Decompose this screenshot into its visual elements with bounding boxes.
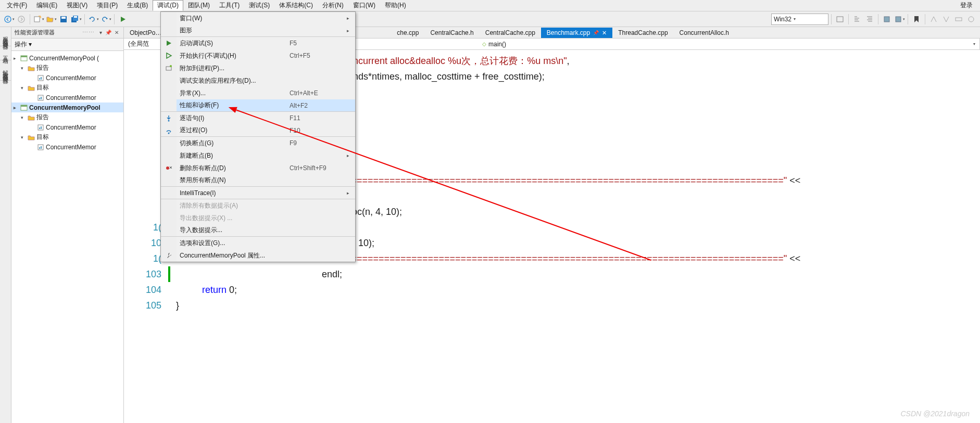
tree-item[interactable]: ConcurrentMemor	[11, 142, 123, 152]
tree-item[interactable]: ▾目标	[11, 132, 123, 142]
save-button[interactable]	[58, 14, 69, 25]
svg-rect-25	[41, 126, 42, 129]
change-marker	[168, 266, 170, 282]
menu-item[interactable]: 启动调试(S)F5	[161, 37, 355, 49]
performance-explorer-panel: 性能资源管理器 ⋯⋯ ▾ 📌 ✕ 操作 ▾ ▸ConcurrentMemoryP…	[11, 27, 124, 423]
tb-icon-8[interactable]	[953, 14, 964, 25]
tree-item[interactable]: ▸ConcurrentMemoryPool	[11, 102, 123, 112]
tb-icon-2[interactable]	[851, 14, 863, 25]
menu-item[interactable]: 删除所有断点(D)Ctrl+Shift+F9	[161, 162, 355, 174]
svg-rect-16	[39, 78, 40, 80]
panel-toolbar: 操作 ▾	[11, 39, 123, 51]
panel-close-icon[interactable]: ✕	[115, 30, 119, 35]
menu-arch[interactable]: 体系结构(C)	[274, 0, 318, 11]
login-link[interactable]: 登录	[955, 0, 978, 11]
panel-ops-dropdown[interactable]: 操作 ▾	[15, 40, 32, 49]
tab-che[interactable]: che.cpp	[391, 28, 424, 38]
menu-item[interactable]: 禁用所有断点(N)	[161, 174, 355, 187]
tree-item[interactable]: ConcurrentMemor	[11, 93, 123, 102]
menu-item[interactable]: 切换断点(G)F9	[161, 137, 355, 149]
menu-item[interactable]: 异常(X)...Ctrl+Alt+E	[161, 87, 355, 99]
menu-tools[interactable]: 工具(T)	[215, 0, 244, 11]
tb-icon-5[interactable]	[894, 14, 905, 25]
menu-item[interactable]: 窗口(W)▸	[161, 12, 355, 24]
menu-test[interactable]: 测试(S)	[244, 0, 274, 11]
menu-item[interactable]: 性能和诊断(F)Alt+F2	[161, 99, 355, 112]
nav-back-button[interactable]	[3, 14, 15, 25]
bookmark-icon[interactable]	[911, 14, 922, 25]
panel-overflow[interactable]: ⋯⋯	[82, 29, 95, 36]
tb-icon-9[interactable]	[965, 14, 977, 25]
svg-rect-29	[166, 67, 171, 70]
redo-button[interactable]	[100, 14, 111, 25]
menu-view[interactable]: 视图(V)	[62, 0, 92, 11]
open-button[interactable]	[45, 14, 57, 25]
undo-button[interactable]	[87, 14, 99, 25]
tree-item[interactable]: ▸ConcurrentMemoryPool (	[11, 53, 123, 63]
tab-concurrentalloc[interactable]: ConcurrentAlloc.h	[674, 28, 735, 38]
panel-pin-icon[interactable]: 📌	[105, 30, 111, 35]
side-tab-toolbox[interactable]: 工具箱	[0, 46, 11, 60]
tab-benchmark[interactable]: Benchmark.cpp📌✕	[541, 28, 612, 38]
menu-item[interactable]: 调试安装的应用程序包(D)...	[161, 74, 355, 87]
panel-tree[interactable]: ▸ConcurrentMemoryPool (▾报告ConcurrentMemo…	[11, 51, 123, 423]
tb-icon-1[interactable]	[834, 14, 846, 25]
menu-file[interactable]: 文件(F)	[2, 0, 32, 11]
tree-item[interactable]: ▾目标	[11, 83, 123, 93]
tree-item[interactable]: ▾报告	[11, 63, 123, 73]
save-all-button[interactable]	[70, 14, 82, 25]
start-button[interactable]	[117, 14, 129, 25]
menu-item: 清除所有数据提示(A)	[161, 199, 355, 212]
svg-point-12	[969, 17, 974, 22]
tab-pin-icon[interactable]: 📌	[593, 30, 599, 35]
menu-item[interactable]: 逐语句(I)F11	[161, 112, 355, 124]
tab-close-icon[interactable]: ✕	[602, 30, 607, 36]
tree-item[interactable]: ▾报告	[11, 112, 123, 122]
menu-project[interactable]: 项目(P)	[92, 0, 122, 11]
tab-centralcache-cpp[interactable]: CentralCache.cpp	[480, 28, 541, 38]
menu-build[interactable]: 生成(B)	[122, 0, 153, 11]
svg-rect-4	[61, 17, 66, 19]
menu-item[interactable]: 开始执行(不调试)(H)Ctrl+F5	[161, 49, 355, 62]
tb-icon-4[interactable]	[881, 14, 893, 25]
menu-item[interactable]: IntelliTrace(I)▸	[161, 187, 355, 199]
tb-icon-7[interactable]	[940, 14, 952, 25]
menubar: 文件(F) 编辑(E) 视图(V) 项目(P) 生成(B) 调试(D) 团队(M…	[0, 0, 980, 11]
menu-edit[interactable]: 编辑(E)	[32, 0, 62, 11]
side-tab-server-explorer[interactable]: 服务器资源管理器	[0, 27, 11, 46]
panel-menu-icon[interactable]: ▾	[99, 30, 102, 35]
menu-item[interactable]: 新建断点(B)▸	[161, 149, 355, 162]
menu-item[interactable]: 图形▸	[161, 24, 355, 37]
menu-item: 导出数据提示(X) ...	[161, 212, 355, 224]
menu-help[interactable]: 帮助(H)	[380, 0, 411, 11]
svg-rect-14	[21, 56, 27, 57]
svg-rect-24	[39, 127, 40, 129]
svg-rect-19	[39, 98, 40, 99]
svg-rect-11	[956, 18, 962, 21]
tree-item[interactable]: ConcurrentMemor	[11, 73, 123, 83]
menu-item[interactable]: 导入数据提示...	[161, 224, 355, 237]
side-tab-solution-explorer[interactable]: 解决方案资源管理器	[0, 60, 11, 81]
debug-menu-dropdown: 窗口(W)▸图形▸启动调试(S)F5开始执行(不调试)(H)Ctrl+F5附加到…	[160, 11, 356, 262]
tab-centralcache-h[interactable]: CentralCache.h	[424, 28, 479, 38]
nav-func-dropdown[interactable]: ◇main()▾	[478, 39, 980, 49]
new-project-button[interactable]	[33, 14, 44, 25]
menu-window[interactable]: 窗口(W)	[348, 0, 380, 11]
svg-point-31	[168, 120, 170, 122]
menu-team[interactable]: 团队(M)	[183, 0, 215, 11]
menu-item[interactable]: 附加到进程(P)...	[161, 62, 355, 74]
nav-fwd-button[interactable]	[16, 14, 27, 25]
svg-point-33	[166, 166, 169, 170]
menu-item[interactable]: ConcurrentMemoryPool 属性...	[161, 249, 355, 262]
platform-combo[interactable]: Win32	[771, 14, 828, 25]
svg-rect-8	[837, 17, 843, 22]
menu-debug[interactable]: 调试(D)	[153, 0, 183, 11]
menu-item[interactable]: 逐过程(O)F10	[161, 124, 355, 137]
tree-item[interactable]: ConcurrentMemor	[11, 122, 123, 132]
tab-threadcache[interactable]: ThreadCache.cpp	[612, 28, 673, 38]
menu-item[interactable]: 选项和设置(G)...	[161, 237, 355, 249]
svg-rect-17	[41, 77, 42, 80]
tb-icon-6[interactable]	[928, 14, 939, 25]
tb-icon-3[interactable]	[864, 14, 875, 25]
menu-analyze[interactable]: 分析(N)	[318, 0, 348, 11]
